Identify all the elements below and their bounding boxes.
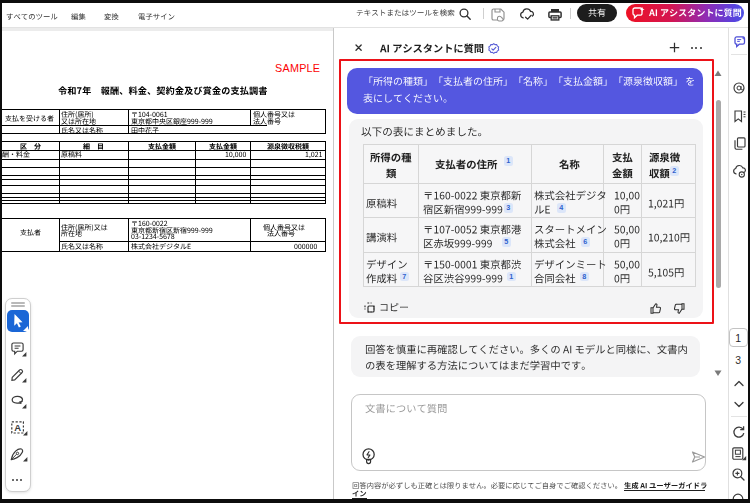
svg-text:A: A — [14, 422, 21, 433]
